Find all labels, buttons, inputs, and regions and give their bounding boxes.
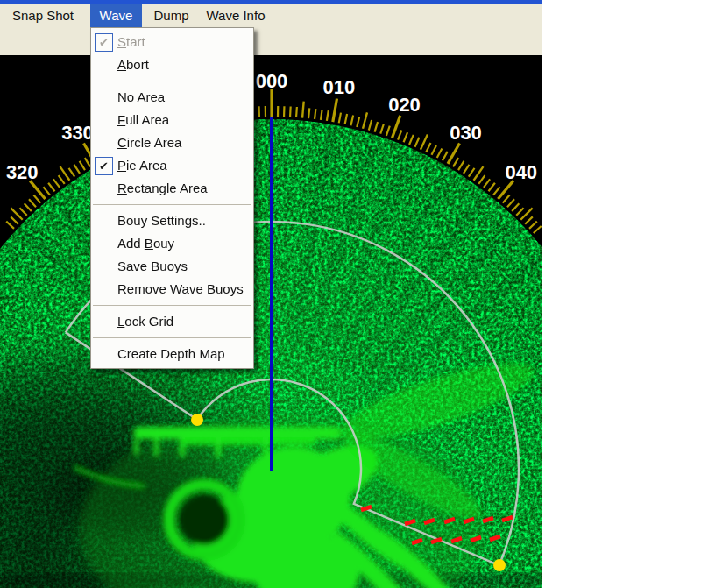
menubar-item-dump[interactable]: Dump bbox=[145, 4, 197, 27]
radar-bearing-label-010: 010 bbox=[323, 76, 356, 98]
radar-bearing-label-020: 020 bbox=[388, 94, 421, 116]
compass-tick bbox=[296, 107, 297, 117]
menu-separator bbox=[93, 204, 251, 205]
menu-item-label: Full Area bbox=[117, 112, 169, 127]
menu-item-label: Circle Area bbox=[117, 135, 181, 150]
menu-item-label: No Area bbox=[117, 89, 165, 104]
radar-display[interactable]: 320330000010020030040 bbox=[0, 55, 542, 588]
wave-buoy-marker[interactable] bbox=[493, 559, 506, 571]
wave-dropdown-menu: ✔StartAbortNo AreaFull AreaCircle Area✔P… bbox=[90, 27, 254, 369]
page: Snap Shot Wave Dump Wave Info bbox=[0, 0, 701, 588]
compass-tick bbox=[308, 108, 309, 118]
menu-item-full-area[interactable]: Full Area bbox=[91, 109, 253, 131]
menu-item-label: Lock Grid bbox=[117, 314, 173, 329]
radar-plot[interactable]: 320330000010020030040 bbox=[0, 55, 542, 588]
menu-item-start[interactable]: ✔Start bbox=[91, 31, 253, 53]
menu-item-label: Save Buoys bbox=[117, 259, 188, 273]
checkmark-icon: ✔ bbox=[95, 33, 113, 52]
menu-item-label: Start bbox=[117, 34, 145, 49]
menubar-item-wave-info[interactable]: Wave Info bbox=[201, 4, 271, 27]
menubar-item-snap-shot[interactable]: Snap Shot bbox=[7, 4, 79, 27]
menu-item-label: Abort bbox=[117, 57, 149, 72]
compass-tick bbox=[302, 102, 304, 118]
menu-item-label: Pie Area bbox=[117, 158, 167, 173]
radar-bearing-label-000: 000 bbox=[256, 70, 288, 92]
menu-item-label: Rectangle Area bbox=[117, 181, 208, 195]
compass-tick bbox=[290, 107, 291, 117]
menu-item-remove-wave-buoys[interactable]: Remove Wave Buoys bbox=[91, 278, 253, 301]
menu-item-label: Remove Wave Buoys bbox=[117, 281, 244, 296]
radar-bearing-label-030: 030 bbox=[450, 122, 482, 144]
menu-item-label: Create Depth Map bbox=[117, 346, 225, 361]
menu-item-label: Bouy Settings.. bbox=[117, 213, 206, 228]
checkmark-icon: ✔ bbox=[95, 157, 113, 175]
radar-bearing-label-320: 320 bbox=[6, 161, 39, 183]
menubar: Snap Shot Wave Dump Wave Info bbox=[0, 4, 542, 56]
menu-item-no-area[interactable]: No Area bbox=[91, 86, 253, 109]
radar-bearing-label-330: 330 bbox=[61, 122, 94, 144]
menu-item-add-bouy[interactable]: Add Bouy bbox=[91, 232, 253, 255]
menu-item-rectangle-area[interactable]: Rectangle Area bbox=[91, 177, 253, 200]
app-window: Snap Shot Wave Dump Wave Info bbox=[0, 0, 542, 588]
menu-item-save-buoys[interactable]: Save Buoys bbox=[91, 255, 253, 278]
menu-separator bbox=[93, 337, 251, 338]
menu-item-circle-area[interactable]: Circle Area bbox=[91, 131, 253, 154]
menu-item-lock-grid[interactable]: Lock Grid bbox=[91, 310, 253, 333]
menu-separator bbox=[93, 81, 251, 81]
menu-item-label: Add Bouy bbox=[117, 236, 174, 251]
wave-buoy-marker[interactable] bbox=[191, 414, 203, 426]
compass-tick bbox=[315, 109, 315, 119]
menu-separator bbox=[93, 305, 251, 306]
menu-item-pie-area[interactable]: ✔Pie Area bbox=[91, 154, 253, 177]
menubar-item-wave[interactable]: Wave bbox=[90, 4, 142, 27]
menu-item-bouy-settings[interactable]: Bouy Settings.. bbox=[91, 209, 253, 232]
menu-item-create-depth-map[interactable]: Create Depth Map bbox=[91, 343, 253, 365]
menu-item-abort[interactable]: Abort bbox=[91, 53, 253, 76]
radar-bearing-label-040: 040 bbox=[505, 161, 537, 183]
